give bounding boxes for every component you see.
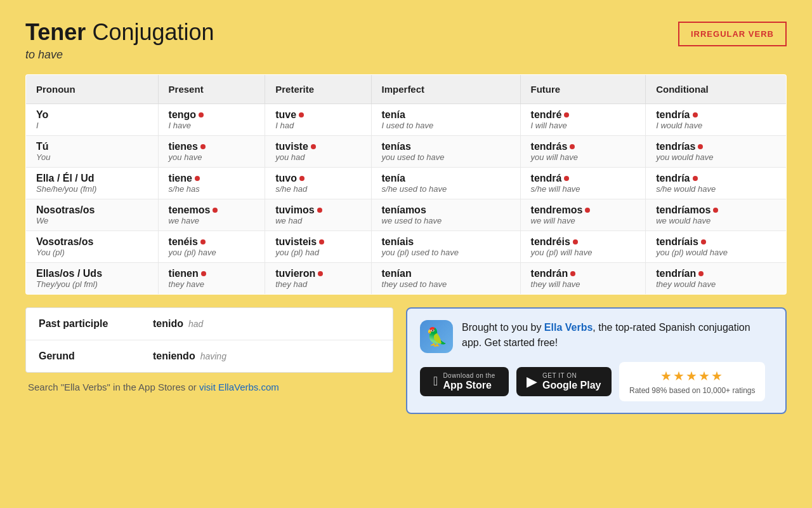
verb-translation: you (pl) have — [169, 248, 255, 257]
promo-buttons:  Download on the App Store ▶ GET IT ON … — [420, 362, 773, 401]
table-cell: tenías/he used to have — [371, 168, 520, 199]
verb-text: tendría — [656, 109, 776, 121]
google-play-small-text: GET IT ON — [542, 372, 601, 379]
irregular-dot — [319, 239, 324, 244]
verb-text: tenéis — [169, 236, 255, 248]
bottom-section: Past participle tenido had Gerund tenien… — [25, 307, 787, 414]
irregular-dot — [311, 144, 316, 149]
verb-translation: they had — [275, 279, 360, 289]
verb-translation: you will have — [531, 152, 636, 162]
irregular-dot — [317, 208, 322, 213]
table-cell: Ella / Él / UdShe/he/you (fml) — [26, 168, 159, 199]
table-cell: teníamoswe used to have — [371, 199, 520, 231]
table-cell: tuvieronthey had — [265, 263, 371, 295]
table-row: Ella / Él / UdShe/he/you (fml)tienes/he … — [26, 168, 787, 199]
table-cell: tendríamoswe would have — [646, 199, 787, 231]
verb-translation: s/he used to have — [382, 184, 510, 194]
verb-text: teníais — [382, 236, 510, 248]
irregular-dot — [564, 112, 569, 117]
verb-translation: you (pl) used to have — [382, 248, 510, 257]
irregular-dot — [701, 239, 706, 244]
table-cell: tenéisyou (pl) have — [158, 231, 265, 263]
verb-translation: you (pl) had — [275, 248, 360, 257]
verb-translation: they have — [169, 279, 255, 289]
table-row: Ellas/os / UdsThey/you (pl fml)tienenthe… — [26, 263, 787, 295]
verb-translation: you had — [275, 152, 360, 162]
app-store-name: App Store — [443, 379, 495, 391]
irregular-dot — [213, 208, 218, 213]
verb-text: tenía — [382, 109, 510, 121]
verb-text: tendrían — [656, 268, 776, 279]
table-cell: tendránthey will have — [520, 263, 646, 295]
table-cell: tuvos/he had — [265, 168, 371, 199]
verb-translation: they will have — [531, 279, 636, 289]
verb-translation: we would have — [656, 216, 776, 225]
verb-text: tendrán — [531, 268, 636, 279]
verb-text: tenía — [382, 173, 510, 184]
verb-text: tendremos — [531, 204, 636, 216]
participle-table: Past participle tenido had Gerund tenien… — [25, 307, 393, 373]
col-conditional: Conditional — [646, 75, 787, 104]
irregular-dot — [570, 144, 575, 149]
irregular-dot — [570, 271, 575, 276]
ella-verbs-icon: 🦜 — [420, 320, 453, 353]
irregular-dot — [693, 176, 698, 181]
gerund-row: Gerund teniendo having — [26, 340, 393, 372]
irregular-dot — [299, 112, 304, 117]
table-cell: tengoI have — [158, 104, 265, 136]
table-row: Nosotras/osWetenemoswe havetuvimoswe had… — [26, 199, 787, 231]
verb-text: tienes — [169, 141, 255, 152]
pronoun-text: Vosotras/os — [36, 236, 148, 248]
verb-text: tendríais — [656, 236, 776, 248]
conjugation-table: Pronoun Present Preterite Imperfect Futu… — [25, 74, 787, 295]
verb-text: tendréis — [531, 236, 636, 248]
irregular-badge: IRREGULAR VERB — [678, 22, 787, 46]
col-preterite: Preterite — [265, 75, 371, 104]
table-row: YoItengoI havetuveI hadteníaI used to ha… — [26, 104, 787, 136]
table-cell: Nosotras/osWe — [26, 199, 159, 231]
verb-text: tuviste — [275, 141, 360, 152]
table-cell: tienesyou have — [158, 136, 265, 168]
verb-text: tienen — [169, 268, 255, 279]
ella-verbs-link[interactable]: visit EllaVerbs.com — [199, 382, 279, 392]
verb-translation: I had — [275, 121, 360, 130]
verb-text: tenías — [382, 141, 510, 152]
irregular-dot — [299, 176, 304, 181]
rating-text: Rated 98% based on 10,000+ ratings — [629, 386, 755, 395]
verb-translation: s/he has — [169, 184, 255, 194]
verb-translation: you used to have — [382, 152, 510, 162]
past-participle-translation: had — [188, 319, 203, 329]
irregular-dot — [564, 176, 569, 181]
verb-translation: I would have — [656, 121, 776, 130]
table-cell: teníanthey used to have — [371, 263, 520, 295]
irregular-dot — [195, 176, 200, 181]
table-cell: teníaI used to have — [371, 104, 520, 136]
promo-brand-link[interactable]: Ella Verbs — [544, 322, 593, 333]
verb-translation: you (pl) will have — [531, 248, 636, 257]
title-block: Tener Conjugation to have — [25, 19, 214, 62]
irregular-dot — [318, 271, 323, 276]
verb-translation: we will have — [531, 216, 636, 225]
app-store-button[interactable]:  Download on the App Store — [420, 367, 509, 396]
table-cell: tendrásyou will have — [520, 136, 646, 168]
table-cell: tuveI had — [265, 104, 371, 136]
past-participle-value: tenido — [153, 318, 183, 330]
pronoun-translation: She/he/you (fml) — [36, 184, 148, 194]
pronoun-text: Tú — [36, 141, 148, 152]
pronoun-text: Nosotras/os — [36, 204, 148, 216]
table-cell: tendríaI would have — [646, 104, 787, 136]
verb-text: teníamos — [382, 204, 510, 216]
verb-translation: we used to have — [382, 216, 510, 225]
google-play-button[interactable]: ▶ GET IT ON Google Play — [516, 367, 612, 396]
verb-text: tuvieron — [275, 268, 360, 279]
apple-icon:  — [433, 374, 438, 389]
verb-translation: they would have — [656, 279, 776, 289]
col-pronoun: Pronoun — [26, 75, 159, 104]
verb-translation: they used to have — [382, 279, 510, 289]
table-cell: tuvisteyou had — [265, 136, 371, 168]
table-cell: Vosotras/osYou (pl) — [26, 231, 159, 263]
table-cell: teníaisyou (pl) used to have — [371, 231, 520, 263]
verb-text: tuvimos — [275, 204, 360, 216]
table-row: TúYoutienesyou havetuvisteyou hadteníasy… — [26, 136, 787, 168]
verb-translation: I have — [169, 121, 255, 130]
